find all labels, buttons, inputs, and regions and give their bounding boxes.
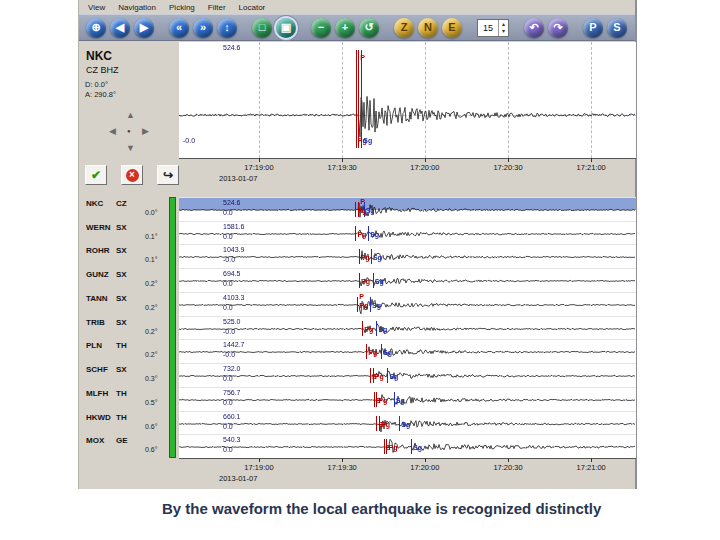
spinner-arrows[interactable]: ▴▾: [498, 20, 508, 36]
trace-row-mlfh[interactable]: 756.70.0EPgSg: [179, 387, 636, 411]
single-trace-plot[interactable]: 524.6 -0.0 PPgSg: [179, 42, 636, 159]
station-code: MOX: [86, 436, 104, 445]
axis-tick: [591, 158, 592, 162]
redo-button[interactable]: ↷: [548, 18, 568, 38]
station-row-wern[interactable]: WERNSX0.1°: [79, 221, 179, 245]
station-code: TANN: [86, 294, 108, 303]
trace-count-spinner[interactable]: 15▴▾: [477, 19, 509, 37]
station-list: NKCCZ0.0°WERNSX0.1°ROHRSX0.1°GUNZSX0.2°T…: [79, 197, 179, 459]
nav-right-icon[interactable]: ▶: [142, 127, 149, 136]
panel-divider[interactable]: [169, 197, 176, 458]
toolbar-group-gap: [383, 27, 390, 28]
toolbar: ⊕◀▶«»↕□▣−+↺ZNE15▴▾↶↷PS: [79, 14, 635, 41]
trace-min-amplitude: 0.0: [223, 423, 233, 430]
pick-label-sg: Sg: [363, 137, 372, 144]
trace-row-rohr[interactable]: 1043.9-0.0PgSg: [179, 244, 636, 268]
undo-button[interactable]: ↶: [524, 18, 544, 38]
component-n-button[interactable]: N: [418, 18, 438, 38]
trace-row-nkc[interactable]: 524.60.0PPgSg: [179, 197, 636, 221]
waveform-canvas: [179, 42, 636, 158]
pick-label-pg: Pg: [375, 373, 384, 380]
trace-row-tann[interactable]: 4103.30.0PPgSg: [179, 292, 636, 316]
zoom-in-button[interactable]: +: [335, 18, 355, 38]
trace-row-mox[interactable]: 540.30.0EPgSg: [179, 434, 636, 458]
trace-row-wern[interactable]: 1581.60.0PgSg: [179, 221, 636, 245]
trace-max-amplitude: 732.0: [223, 365, 241, 372]
overview-button[interactable]: ⊕: [86, 18, 106, 38]
nav-left-icon[interactable]: ◀: [109, 127, 116, 136]
pick-label-sg: Sg: [383, 349, 392, 356]
trace-min-amplitude: -0.0: [223, 256, 235, 263]
toolbar-group-gap: [466, 27, 473, 28]
station-row-pln[interactable]: PLNTH0.2°: [79, 339, 179, 363]
nav-up-icon[interactable]: ▲: [126, 111, 135, 120]
station-row-gunz[interactable]: GUNZSX0.2°: [79, 268, 179, 292]
nav-center-icon[interactable]: ●: [127, 128, 131, 134]
trace-row-hkwd[interactable]: 660.10.0EPgSg: [179, 411, 636, 435]
pick-line-sg: [381, 344, 382, 359]
station-row-nkc[interactable]: NKCCZ0.0°: [79, 197, 179, 221]
time-axis-bottom: 17:19:0017:19:3017:20:0017:20:3017:21:00…: [179, 458, 636, 488]
confirm-button[interactable]: ✔: [85, 165, 107, 185]
cancel-button[interactable]: ×: [121, 165, 143, 185]
trace-row-pln[interactable]: 1442.7-0.0PgSg: [179, 339, 636, 363]
station-network: CZ: [116, 199, 127, 208]
axis-tick: [508, 158, 509, 162]
pan-button[interactable]: ↕: [217, 18, 237, 38]
axis-tick: [425, 158, 426, 162]
shift-left-button[interactable]: «: [169, 18, 189, 38]
step-forward-button[interactable]: ▶: [134, 18, 154, 38]
component-z-button[interactable]: Z: [394, 18, 414, 38]
trace-row-gunz[interactable]: 694.50.0PgSg: [179, 268, 636, 292]
station-row-hkwd[interactable]: HKWDTH0.6°: [79, 411, 179, 435]
trace-min-amplitude: 0.0: [223, 375, 233, 382]
menu-item-filter[interactable]: Filter: [208, 3, 226, 12]
station-row-mox[interactable]: MOXGE0.6°: [79, 434, 179, 458]
station-row-trib[interactable]: TRIBSX0.2°: [79, 316, 179, 340]
zoom-reset-button[interactable]: ↺: [359, 18, 379, 38]
menu-item-navigation[interactable]: Navigation: [118, 3, 156, 12]
trace-max-amplitude: 525.0: [223, 318, 241, 325]
step-back-button[interactable]: ◀: [110, 18, 130, 38]
menu-item-view[interactable]: View: [88, 3, 105, 12]
axis-tick-label: 17:19:00: [244, 463, 273, 472]
phase-s-button[interactable]: S: [607, 18, 627, 38]
zoom-out-button[interactable]: −: [311, 18, 331, 38]
zoom-window-button[interactable]: □: [252, 18, 272, 38]
export-button[interactable]: ↪: [157, 165, 179, 185]
component-e-button[interactable]: E: [442, 18, 462, 38]
pick-label-pg: Pg: [388, 444, 397, 451]
station-distance: 0.3°: [145, 375, 158, 382]
shift-right-button[interactable]: »: [193, 18, 213, 38]
menu-item-picking[interactable]: Picking: [169, 3, 195, 12]
trace-row-trib[interactable]: 525.0-0.0PgSg: [179, 316, 636, 340]
station-network: GE: [116, 436, 128, 445]
station-distance: 0.1°: [145, 233, 158, 240]
phase-p-button[interactable]: P: [583, 18, 603, 38]
station-distance: 0.0°: [145, 209, 158, 216]
pick-label-sg: Sg: [372, 302, 381, 309]
trace-row-schf[interactable]: 732.00.0EPgSg: [179, 363, 636, 387]
nav-down-icon[interactable]: ▼: [126, 144, 135, 153]
trace-max-amplitude: 524.6: [223, 44, 241, 51]
station-row-tann[interactable]: TANNSX0.2°: [79, 292, 179, 316]
trace-min-amplitude: 0.0: [223, 280, 233, 287]
pick-line-pg: [359, 273, 360, 288]
waveform-canvas: [179, 198, 636, 222]
pick-label-sg: Sg: [389, 373, 398, 380]
station-row-schf[interactable]: SCHFSX0.3°: [79, 363, 179, 387]
pick-label-sg: Sg: [396, 397, 405, 404]
caption: By the waveform the local earthquake is …: [162, 500, 601, 517]
pick-line-sg: [376, 321, 377, 336]
left-panel: NKC CZ BHZ D: 0.0° A: 290.8° ▲ ◀ ● ▶ ▼ ✔…: [79, 41, 179, 489]
pick-label-p: P: [360, 198, 365, 205]
spinner-down-icon[interactable]: ▾: [499, 28, 508, 35]
menu-item-locator[interactable]: Locator: [239, 3, 266, 12]
station-row-rohr[interactable]: ROHRSX0.1°: [79, 244, 179, 268]
station-code: GUNZ: [86, 270, 109, 279]
station-row-mlfh[interactable]: MLFHTH0.5°: [79, 387, 179, 411]
app-window: ViewNavigationPickingFilterLocator ⊕◀▶«»…: [78, 0, 637, 489]
zoom-selected-button[interactable]: ▣: [276, 18, 296, 38]
spinner-up-icon[interactable]: ▴: [499, 21, 508, 28]
pick-line-pg: [366, 344, 367, 359]
